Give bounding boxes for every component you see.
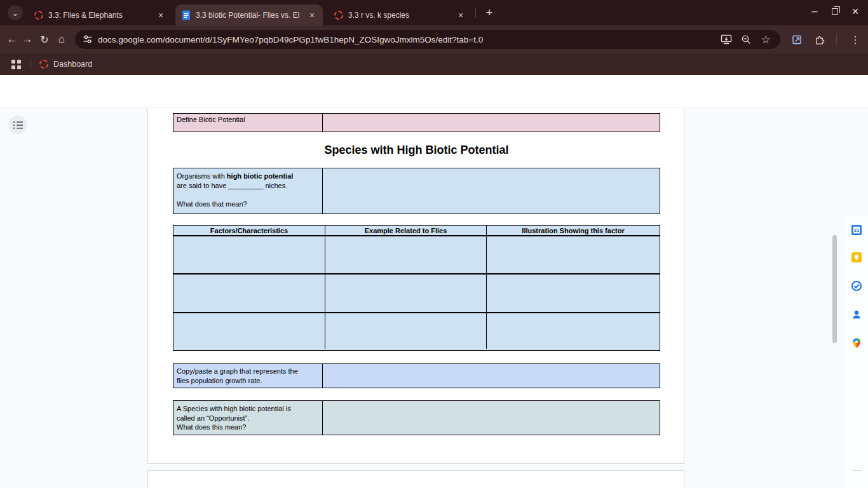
google-tasks-icon[interactable] [851, 280, 862, 292]
column-header: Factors/Characteristics [173, 226, 325, 235]
address-bar[interactable]: docs.google.com/document/d/1SyFMYeo7pqbD… [75, 30, 780, 49]
niches-table: Organisms with high biotic potential are… [173, 168, 660, 214]
toolbar-separator [836, 34, 837, 44]
restore-icon [832, 8, 838, 15]
minimize-button[interactable]: – [804, 1, 825, 22]
reading-mode-icon[interactable] [789, 25, 804, 53]
table-cell-answer [323, 364, 660, 388]
tab-title: 3.3 r vs. k species [348, 11, 450, 20]
docs-header: 3.3 biotic Potential- Flies vs. Elephant… [0, 75, 868, 108]
site-info-icon[interactable] [83, 34, 93, 44]
side-panel-divider [852, 470, 861, 471]
bookmark-star-icon[interactable]: ☆ [758, 25, 773, 53]
table-cell-answer [323, 114, 660, 132]
factors-header-row: Factors/Characteristics Example Related … [173, 226, 660, 236]
document-page[interactable]: Define Biotic Potential Species with Hig… [147, 108, 684, 464]
bookmark-favicon-icon [39, 60, 48, 69]
workspace-side-panel: 31 [845, 216, 868, 488]
tab-close-icon[interactable]: × [306, 10, 318, 21]
restore-button[interactable] [825, 1, 845, 22]
tab-close-icon[interactable]: × [155, 10, 166, 21]
document-outline-button[interactable] [8, 116, 27, 134]
loading-favicon-icon [334, 11, 343, 20]
opportunist-table: A Species with high biotic potential is … [173, 400, 660, 435]
column-header: Illustration Showing this factor [487, 226, 660, 235]
close-window-button[interactable]: × [845, 1, 865, 22]
table-cell-prompt: Copy/paste a graph that represents the f… [173, 364, 323, 388]
outline-list-icon [13, 121, 23, 130]
window-controls: – × [804, 0, 865, 23]
document-scrollbar[interactable] [832, 235, 837, 343]
bookmark-dashboard[interactable]: Dashboard [39, 57, 92, 71]
tab-title: 3.3: Flies & Elephants [48, 11, 150, 20]
url-text: docs.google.com/document/d/1SyFMYeo7pqbD… [98, 35, 483, 44]
column-header: Example Related to Flies [325, 226, 487, 235]
google-calendar-icon[interactable]: 31 [851, 224, 862, 236]
browser-tab-flies-elephants[interactable]: 3.3: Flies & Elephants × [28, 4, 172, 25]
factors-empty-row [173, 313, 660, 349]
define-biotic-potential-table: Define Biotic Potential [173, 113, 660, 132]
new-tab-button[interactable]: + [482, 5, 497, 20]
tab-search-button[interactable]: ⌄ [8, 5, 23, 20]
factors-empty-row [173, 236, 660, 274]
factors-table: Factors/Characteristics Example Related … [173, 225, 660, 351]
browser-toolbar: ← → ↻ ⌂ docs.google.com/document/d/1SyFM… [0, 25, 868, 53]
zoom-out-icon[interactable] [738, 25, 754, 53]
factors-empty-row [173, 274, 660, 313]
bookmarks-bar: Dashboard [0, 53, 868, 75]
table-cell-prompt: Define Biotic Potential [173, 114, 323, 132]
google-contacts-icon[interactable] [851, 309, 862, 320]
tab-strip: ⌄ 3.3: Flies & Elephants × 3.3 biotic Po… [0, 0, 868, 25]
back-button[interactable]: ← [5, 25, 19, 53]
bookmarks-separator [31, 59, 31, 69]
table-cell-answer [323, 401, 660, 435]
bookmark-label: Dashboard [53, 60, 92, 69]
apps-grid-icon[interactable] [11, 60, 21, 69]
home-button[interactable]: ⌂ [55, 25, 69, 53]
section-heading: Species with High Biotic Potential [148, 144, 685, 157]
tab-close-icon[interactable]: × [455, 10, 466, 21]
browser-tab-r-vs-k[interactable]: 3.3 r vs. k species × [328, 4, 471, 25]
svg-text:31: 31 [854, 227, 859, 233]
browser-tab-biotic-potential-active[interactable]: 3.3 biotic Potential- Flies vs. El × [175, 4, 323, 25]
reload-button[interactable]: ↻ [37, 25, 51, 53]
google-keep-icon[interactable] [851, 252, 862, 263]
document-page-next[interactable] [147, 470, 684, 488]
forward-button[interactable]: → [20, 25, 34, 53]
table-cell-prompt: A Species with high biotic potential is … [173, 401, 323, 435]
tab-search-icon: ⌄ [12, 8, 19, 18]
graph-paste-table: Copy/paste a graph that represents the f… [173, 363, 660, 388]
browser-window: ⌄ 3.3: Flies & Elephants × 3.3 biotic Po… [0, 0, 868, 488]
install-app-icon[interactable] [719, 25, 734, 53]
table-cell-prompt: Organisms with high biotic potential are… [173, 168, 323, 214]
table-cell-answer [323, 168, 660, 214]
google-docs-favicon-icon [182, 10, 191, 20]
docs-content-area: Define Biotic Potential Species with Hig… [0, 108, 868, 488]
tab-title: 3.3 biotic Potential- Flies vs. El [196, 11, 301, 20]
loading-favicon-icon [34, 11, 43, 20]
extensions-puzzle-icon[interactable] [812, 25, 827, 53]
browser-menu-kebab-icon[interactable]: ⋮ [848, 25, 863, 53]
google-maps-icon[interactable] [851, 337, 862, 349]
tab-separator [475, 8, 476, 18]
